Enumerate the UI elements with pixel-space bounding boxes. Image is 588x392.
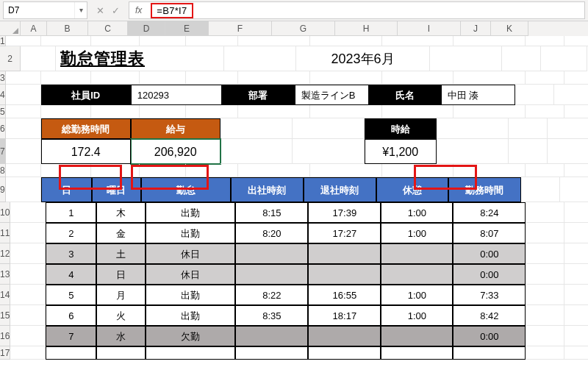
worksheet[interactable]: A B C D E F G H I J K 1 2 勤怠管理表 2023年6月 <box>0 21 588 360</box>
cell-dow[interactable]: 金 <box>96 223 146 243</box>
cell-day[interactable]: 4 <box>46 264 96 285</box>
formula-input-wrap[interactable]: fx =B7*I7 <box>129 1 585 19</box>
cell-dow[interactable]: 日 <box>96 264 146 285</box>
row-3: 3 <box>0 71 588 85</box>
name-box-value[interactable]: D7 <box>4 5 74 15</box>
cell-in[interactable]: 8:20 <box>235 223 308 243</box>
total-hours-value: 172.4 <box>41 139 131 164</box>
row-header-12[interactable]: 12 <box>0 243 10 264</box>
col-header-C[interactable]: C <box>88 21 128 36</box>
cell-break[interactable] <box>381 264 453 285</box>
row-header-1[interactable]: 1 <box>0 36 6 46</box>
col-header-A[interactable]: A <box>21 21 47 36</box>
row-2: 2 勤怠管理表 2023年6月 <box>0 46 588 71</box>
cell-day[interactable]: 7 <box>46 326 96 346</box>
cell-in[interactable] <box>235 243 308 264</box>
row-header-17[interactable]: 17 <box>0 346 10 360</box>
cell-day[interactable]: 6 <box>46 305 96 326</box>
formula-text: =B7*I7 <box>151 3 193 18</box>
name-box[interactable]: D7 ▾ <box>3 1 87 19</box>
fx-icon[interactable]: fx <box>129 5 148 15</box>
cell-day[interactable]: 2 <box>46 223 96 243</box>
col-header-K[interactable]: K <box>491 21 528 36</box>
col-header-J[interactable]: J <box>461 21 491 36</box>
cell-break[interactable]: 1:00 <box>381 202 453 223</box>
cell-status[interactable]: 欠勤 <box>146 326 235 346</box>
cell-status[interactable]: 休日 <box>146 264 235 285</box>
table-row: 112金出勤8:2017:271:008:07 <box>0 223 588 243</box>
cell-dow[interactable]: 木 <box>96 202 146 223</box>
column-headers[interactable]: A B C D E F G H I J K <box>0 21 588 36</box>
row-header-4[interactable]: 4 <box>0 85 6 105</box>
col-header-H[interactable]: H <box>335 21 398 36</box>
cell-in[interactable]: 8:22 <box>235 285 308 305</box>
cell-day[interactable]: 1 <box>46 202 96 223</box>
salary-value[interactable]: 206,920 <box>131 139 220 164</box>
cell-day[interactable]: 3 <box>46 243 96 264</box>
col-header-D[interactable]: D <box>128 21 165 36</box>
emp-id-label: 社員ID <box>41 85 131 105</box>
cell-work[interactable]: 8:24 <box>453 202 526 223</box>
cell-status[interactable]: 休日 <box>146 243 235 264</box>
cell-break[interactable]: 1:00 <box>381 305 453 326</box>
cell-work[interactable]: 8:07 <box>453 223 526 243</box>
row-header-9[interactable]: 9 <box>0 177 6 202</box>
row-header-13[interactable]: 13 <box>0 264 10 285</box>
cell-in[interactable]: 8:35 <box>235 305 308 326</box>
period: 2023年6月 <box>296 46 430 71</box>
name-box-dropdown-icon[interactable]: ▾ <box>74 2 87 18</box>
cell-status[interactable]: 出勤 <box>146 305 235 326</box>
col-header-B[interactable]: B <box>47 21 88 36</box>
cell-out[interactable]: 18:17 <box>308 305 381 326</box>
table-row: 145月出勤8:2216:551:007:33 <box>0 285 588 305</box>
cell-break[interactable] <box>381 243 453 264</box>
cancel-icon[interactable]: ✕ <box>96 5 104 16</box>
cell-out[interactable]: 17:39 <box>308 202 381 223</box>
cell-dow[interactable]: 水 <box>96 326 146 346</box>
th-in: 出社時刻 <box>231 177 304 202</box>
cell-work[interactable]: 0:00 <box>453 326 526 346</box>
row-header-16[interactable]: 16 <box>0 326 10 346</box>
cell-day[interactable]: 5 <box>46 285 96 305</box>
cell-break[interactable]: 1:00 <box>381 223 453 243</box>
row-header-2[interactable]: 2 <box>0 46 21 71</box>
col-header-G[interactable]: G <box>272 21 335 36</box>
col-header-E[interactable]: E <box>165 21 209 36</box>
cell-work[interactable]: 7:33 <box>453 285 526 305</box>
row-header-15[interactable]: 15 <box>0 305 10 326</box>
cell-break[interactable]: 1:00 <box>381 285 453 305</box>
row-header-5[interactable]: 5 <box>0 105 6 118</box>
cell-out[interactable] <box>308 326 381 346</box>
cell-break[interactable] <box>381 326 453 346</box>
row-header-7[interactable]: 7 <box>0 139 6 164</box>
cell-dow[interactable]: 土 <box>96 243 146 264</box>
cell-in[interactable]: 8:15 <box>235 202 308 223</box>
row-header-10[interactable]: 10 <box>0 202 10 223</box>
row-header-6[interactable]: 6 <box>0 118 6 139</box>
col-header-F[interactable]: F <box>209 21 272 36</box>
cell-in[interactable] <box>235 326 308 346</box>
row-9: 9 日 曜日 勤怠 出社時刻 退社時刻 休憩 勤務時間 <box>0 177 588 202</box>
cell-out[interactable]: 17:27 <box>308 223 381 243</box>
row-header-8[interactable]: 8 <box>0 164 6 177</box>
th-work: 勤務時間 <box>448 177 521 202</box>
cell-out[interactable] <box>308 243 381 264</box>
row-header-11[interactable]: 11 <box>0 223 10 243</box>
cell-dow[interactable]: 月 <box>96 285 146 305</box>
cell-in[interactable] <box>235 264 308 285</box>
cell-status[interactable]: 出勤 <box>146 223 235 243</box>
row-header-14[interactable]: 14 <box>0 285 10 305</box>
enter-icon[interactable]: ✓ <box>112 5 120 16</box>
cell-work[interactable]: 8:42 <box>453 305 526 326</box>
cell-out[interactable] <box>308 264 381 285</box>
row-header-3[interactable]: 3 <box>0 71 6 85</box>
cell-work[interactable]: 0:00 <box>453 264 526 285</box>
cell-out[interactable]: 16:55 <box>308 285 381 305</box>
cell-status[interactable]: 出勤 <box>146 202 235 223</box>
formula-input[interactable]: =B7*I7 <box>148 3 584 18</box>
cell-work[interactable]: 0:00 <box>453 243 526 264</box>
cell-status[interactable]: 出勤 <box>146 285 235 305</box>
cell-dow[interactable]: 火 <box>96 305 146 326</box>
col-header-I[interactable]: I <box>398 21 461 36</box>
select-all-corner[interactable] <box>0 21 21 36</box>
